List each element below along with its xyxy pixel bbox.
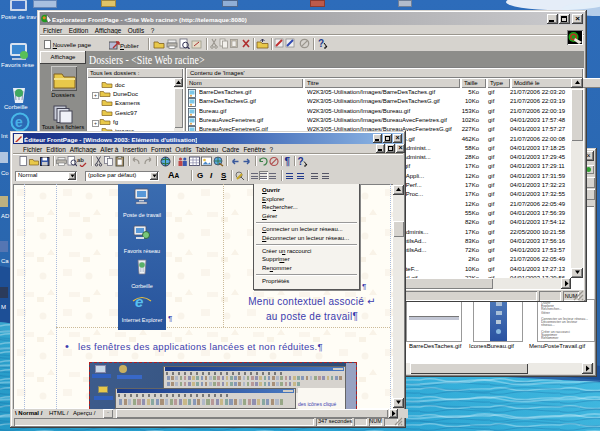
svg-text:¶: ¶ <box>285 156 291 167</box>
svg-text:e: e <box>135 293 143 310</box>
svg-text:e: e <box>15 114 23 130</box>
svg-text:?: ? <box>318 38 324 49</box>
svg-text:?: ? <box>298 156 304 167</box>
svg-text:ab: ab <box>77 157 84 163</box>
